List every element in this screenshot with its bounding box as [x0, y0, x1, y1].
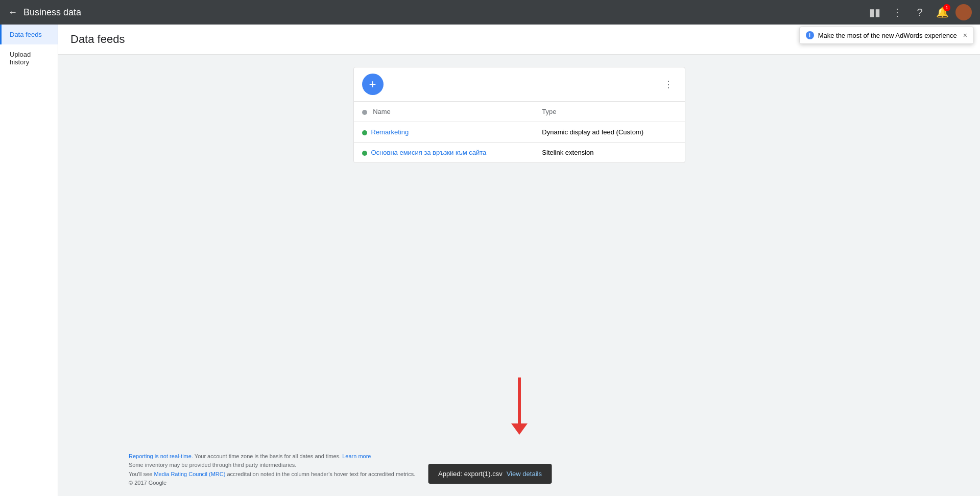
- red-arrow-annotation: [511, 377, 528, 435]
- sidebar: Data feeds Upload history: [0, 25, 58, 496]
- mrc-link[interactable]: Media Rating Council (MRC): [154, 471, 225, 477]
- banner-text: Make the most of the new AdWords experie…: [818, 32, 957, 39]
- table-row: RemarketingDynamic display ad feed (Cust…: [354, 122, 685, 143]
- header-status-dot: [362, 110, 367, 115]
- content-area: Data feeds + ⋮ Name Type: [58, 25, 980, 496]
- col-header-name: Name: [354, 102, 534, 122]
- feed-name-cell: Основна емисия за връзки към сайта: [354, 143, 534, 163]
- feed-type-cell: Dynamic display ad feed (Custom): [534, 122, 684, 143]
- feed-type-cell: Sitelink extension: [534, 143, 684, 163]
- add-feed-button[interactable]: +: [362, 74, 384, 95]
- learn-more-link[interactable]: Learn more: [342, 453, 371, 459]
- footer-line1-middle: Your account time zone is the basis for …: [195, 453, 342, 459]
- feed-name-link[interactable]: Основна емисия за връзки към сайта: [371, 149, 487, 156]
- more-options-button[interactable]: ⋮: [888, 3, 906, 21]
- feed-name-link[interactable]: Remarketing: [371, 128, 409, 136]
- main-layout: Data feeds Upload history Data feeds + ⋮: [0, 25, 980, 496]
- chart-icon-button[interactable]: ▮▮: [866, 3, 884, 21]
- info-icon: i: [806, 31, 814, 39]
- table-row: Основна емисия за връзки към сайтаSiteli…: [354, 143, 685, 163]
- notification-badge-count: 1: [943, 4, 950, 11]
- data-feeds-table: Name Type RemarketingDynamic display ad …: [354, 102, 685, 162]
- footer-line3-prefix: You'll see: [129, 471, 154, 477]
- app-title: Business data: [23, 7, 81, 18]
- back-button[interactable]: ←: [8, 7, 17, 18]
- snackbar-view-details-link[interactable]: View details: [507, 470, 542, 478]
- arrow-shaft: [518, 377, 521, 423]
- sidebar-item-data-feeds[interactable]: Data feeds: [0, 25, 58, 44]
- sidebar-item-upload-history[interactable]: Upload history: [0, 44, 58, 72]
- data-feeds-card: + ⋮ Name Type RemarketingDynamic display…: [353, 67, 685, 163]
- user-avatar[interactable]: [955, 4, 972, 20]
- footer-line1: Reporting is not real-time. Your account…: [129, 452, 968, 461]
- top-header: ← Business data ▮▮ ⋮ ? 🔔 1 i Make the mo…: [0, 0, 980, 25]
- reporting-realtime-link[interactable]: Reporting is not real-time.: [129, 453, 193, 459]
- feed-name-cell: Remarketing: [354, 122, 534, 143]
- status-dot: [362, 130, 367, 135]
- banner-close-button[interactable]: ×: [963, 31, 967, 39]
- snackbar: Applied: export(1).csv View details: [428, 464, 552, 484]
- snackbar-text: Applied: export(1).csv: [438, 470, 503, 478]
- footer-line3-suffix: accreditation noted in the column header…: [227, 471, 415, 477]
- help-icon-button[interactable]: ?: [911, 3, 929, 21]
- adwords-banner: i Make the most of the new AdWords exper…: [799, 27, 974, 44]
- card-header: + ⋮: [354, 67, 685, 102]
- header-right: ▮▮ ⋮ ? 🔔 1: [866, 3, 972, 21]
- table-header-row: Name Type: [354, 102, 685, 122]
- arrow-head: [511, 423, 528, 435]
- status-dot: [362, 151, 367, 156]
- col-header-type: Type: [534, 102, 684, 122]
- card-more-options-button[interactable]: ⋮: [660, 76, 677, 92]
- notification-button[interactable]: 🔔 1: [933, 3, 951, 21]
